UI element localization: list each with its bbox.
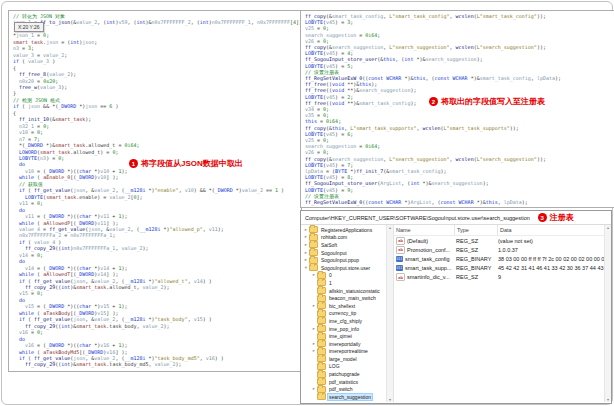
tree-item-label: currency_tip [328,310,357,316]
code-line: ff_RegSetValueExW_0((const WCHAR *)ArgLi… [305,199,614,205]
code-line: ff_copy_29((int)&smart_task.task_body_md… [13,361,301,367]
tree-item-label: SogouInput [320,250,348,256]
registry-window: Computer\HKEY_CURRENT_USER\SOFTWARE\Sogo… [300,210,612,404]
annotation-extract-json: 1 将字段值从JSON数据中取出 [129,158,243,169]
tree-item-label: patchupgrade [328,371,361,377]
tree-item-label: bic_shellext [328,303,356,309]
tree-item-SogouInput[interactable]: ▸SogouInput [301,249,393,257]
folder-icon [309,264,318,271]
annotation-2-text: 将取出的字段值写入至注册表 [441,96,545,107]
tree-item-label: SogouInput.ppup [320,257,360,263]
circle-3-icon: 3 [538,213,547,222]
scroll-down-icon[interactable]: ▾ [605,397,611,402]
scroll-up-icon[interactable]: ▴ [389,225,391,230]
tree-item-beacon_main_switch[interactable]: beacon_main_switch [301,294,393,302]
folder-icon [317,393,326,400]
tree-item-search_suggestion[interactable]: search_suggestion [301,393,393,401]
registry-tree: ▸RegisteredApplications▸rohitab.com▸SaiS… [301,225,394,402]
registry-row-smartinfo_dic_v-[interactable]: absmartinfo_dic_v...REG_SZ9 [394,273,605,282]
registry-address-bar[interactable]: Computer\HKEY_CURRENT_USER\SOFTWARE\Sogo… [301,211,611,225]
tree-item-pdf_statistics[interactable]: pdf_statistics [301,378,393,386]
folder-icon [317,287,326,294]
tree-item-label: SaiSoft [320,242,338,248]
tree-item-large_model[interactable]: large_model [301,355,393,363]
value-type: REG_SZ [454,247,496,253]
value-data: 9 [496,274,605,280]
value-name: (Default) [407,238,428,244]
value-data: 1.0.0.37 [496,247,605,253]
value-name: smartinfo_dic_v... [407,274,450,280]
tree-item-LOG[interactable]: LOG [301,363,393,371]
tree-item-ime_pop_info[interactable]: ▸ime_pop_info [301,325,393,333]
annotation-1-text: 将字段值从JSON数据中取出 [141,158,243,169]
value-data: 38 03 00 00 ff ff ff 7f 2c 00 02 00 02 0… [496,256,605,262]
tree-item-label: pdf_statistics [328,379,359,385]
tree-scrollbar[interactable]: ▴ ▾ [386,225,393,402]
value-type: REG_BINARY [454,265,496,271]
tree-item-bic_shellext[interactable]: ▸bic_shellext [301,302,393,310]
reg-sz-icon: ab [396,273,405,281]
annotation-registry: 3 注册表 [538,212,574,223]
position-tooltip: X:20 Y:26 [14,22,44,32]
registry-row-Promotion_conf-[interactable]: abPromotion_conf...REG_SZ1.0.0.37 [394,245,605,254]
tree-item-ime_cfg_shiply[interactable]: ime_cfg_shiply [301,317,393,325]
value-name: Promotion_conf... [407,247,450,253]
reg-binary-icon: 011 [396,265,403,271]
tree-item-label: 1 [328,280,333,286]
tree-item-imereportdaily[interactable]: ▸imereportdaily [301,340,393,348]
registry-body: ▸RegisteredApplications▸rohitab.com▸SaiS… [301,225,611,402]
tree-item-label: search_suggestion [328,394,372,400]
code-panel-right: ff_copy(&smart_task_config, L"smart_task… [300,10,614,208]
annotation-3-text: 注册表 [550,212,574,223]
tree-item-label: ime_cfg_shiply [328,318,363,324]
folder-icon [317,363,326,370]
tree-item-pdf_switch[interactable]: ▸pdf_switch [301,385,393,393]
page-frame: // 转化为 JSON 对象json_1 = ff_to_json(&value… [1,1,613,405]
annotation-write-registry: 2 将取出的字段值写入至注册表 [429,96,545,107]
registry-row-smart_task_config[interactable]: 011smart_task_configREG_BINARY38 03 00 0… [394,254,605,263]
tree-item-label: imereportrealtime [328,348,369,354]
code-line: json_1 = ff_to_json(&value_2, (int)v59, … [13,19,301,25]
registry-row--Default-[interactable]: ab(Default)REG_SZ(value not set) [394,236,605,245]
registry-list-header: NameTypeData [394,225,605,236]
tree-item-label: large_model [328,356,358,362]
tree-item-label: ime_qimei [328,333,353,339]
tree-item-label: RegisteredApplications [320,227,373,233]
column-header-name[interactable]: Name [394,225,455,235]
reg-sz-icon: ab [396,237,405,245]
tree-item-label: imereportdaily [328,341,361,347]
tree-item-currency_tip[interactable]: currency_tip [301,310,393,318]
registry-list-rows: ab(Default)REG_SZ(value not set)abPromot… [394,236,605,282]
value-name: smart_task_config [405,256,450,262]
folder-icon [317,325,326,332]
tree-item-SogouInput.store.user[interactable]: ▾SogouInput.store.user [301,264,393,272]
tree-item-label: pdf_switch [328,386,354,392]
value-type: REG_BINARY [454,256,496,262]
tree-item-imereportrealtime[interactable]: ▸imereportrealtime [301,348,393,356]
value-data: (value not set) [496,238,605,244]
circle-2-icon: 2 [429,97,438,106]
tree-item-patchupgrade[interactable]: patchupgrade [301,370,393,378]
registry-row-smart_task_supp-[interactable]: 011smart_task_supp...REG_BINARY45 42 42 … [394,264,605,273]
tree-item-0[interactable]: ▸0 [301,272,393,280]
tree-item-label: SogouInput.store.user [320,265,371,271]
tree-item-label: 0 [328,272,333,278]
tree-item-1[interactable]: 1 [301,279,393,287]
circle-1-icon: 1 [129,159,138,168]
scroll-down-icon[interactable]: ▾ [387,397,393,402]
tree-item-label: allskin_statusiconstatic [328,288,381,294]
tree-item-label: beacon_main_switch [328,295,377,301]
value-data: 45 42 42 31 41 46 41 33 42 30 36 37 44 4… [496,265,605,271]
column-header-data[interactable]: Data [498,225,605,235]
tree-item-label: LOG [328,363,341,369]
tree-item-allskin_statusiconstatic[interactable]: allskin_statusiconstatic [301,287,393,295]
list-scrollbar[interactable]: ▴ ▾ [604,225,611,402]
reg-sz-icon: ab [396,246,405,254]
value-type: REG_SZ [454,238,496,244]
tree-item-label: ime_pop_info [328,326,360,332]
registry-value-list: NameTypeData ab(Default)REG_SZ(value not… [394,225,611,402]
column-header-type[interactable]: Type [455,225,498,235]
tree-item-ime_qimei[interactable]: ime_qimei [301,332,393,340]
scroll-up-icon[interactable]: ▴ [607,225,609,230]
value-type: REG_SZ [454,274,496,280]
